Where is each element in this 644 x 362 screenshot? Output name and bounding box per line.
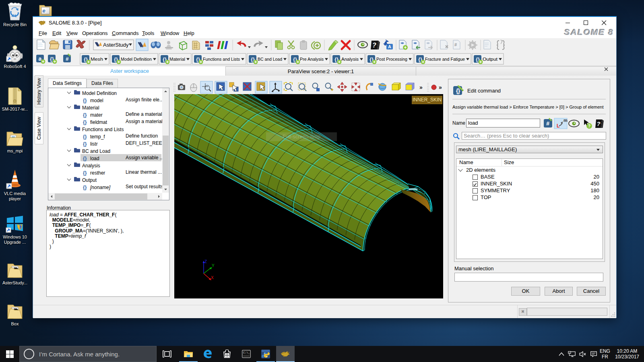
svg-text:Fracture and Fatigue: Fracture and Fatigue [425,57,465,62]
svg-text:e: e [42,8,45,14]
svg-text:Mesh: Mesh [91,57,103,62]
svg-text:Material: Material [169,57,185,62]
svg-text:BC and Load: BC and Load [258,57,282,62]
svg-text:Output: Output [483,57,498,62]
svg-text:Y: Y [212,263,215,268]
svg-text:X: X [211,276,214,280]
svg-text:C:\_: C:\_ [243,351,250,354]
svg-text:#: # [66,56,69,62]
svg-text:Model Definition: Model Definition [121,57,152,62]
svg-text:?: ? [372,42,376,49]
svg-text:Z: Z [204,259,207,264]
svg-text:?: ? [588,124,590,128]
svg-text:»: » [419,84,423,90]
svg-text:Functions and Lists: Functions and Lists [203,57,240,62]
svg-text:#: # [454,42,457,47]
svg-text:#: # [546,120,549,127]
svg-text:m: m [564,118,568,123]
svg-text:Pre Analysis: Pre Analysis [300,57,324,62]
svg-text:Analysis: Analysis [341,57,359,62]
svg-text:»: » [439,84,442,90]
svg-text:Post Processing: Post Processing [376,57,407,62]
svg-text:?: ? [597,120,600,127]
svg-text:AsterStudy: AsterStudy [103,42,129,48]
